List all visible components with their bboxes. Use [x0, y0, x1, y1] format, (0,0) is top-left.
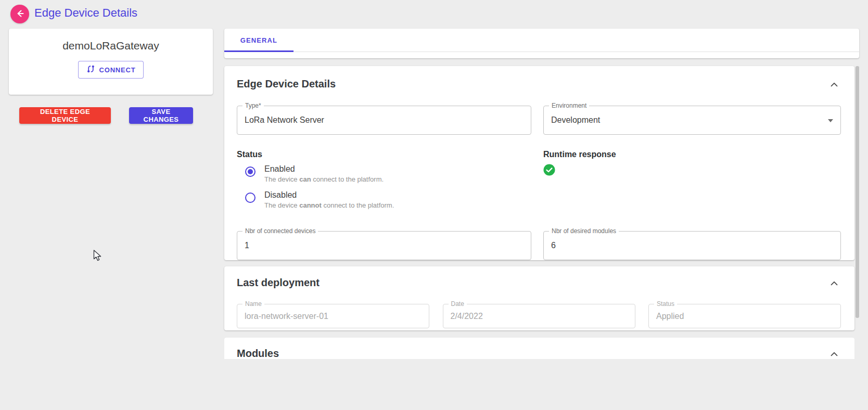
- scrollbar[interactable]: [856, 66, 859, 359]
- back-button[interactable]: [10, 5, 29, 23]
- collapse-deployment-button[interactable]: [827, 277, 841, 290]
- arrow-left-icon: [15, 8, 25, 20]
- connected-devices-field[interactable]: Nbr of connected devices 1: [237, 231, 531, 260]
- deployment-status-field: Status Applied: [648, 304, 841, 328]
- desired-modules-label: Nbr of desired modules: [549, 227, 619, 235]
- mouse-cursor: [93, 250, 103, 262]
- desired-modules-value: 6: [551, 241, 556, 250]
- environment-select-label: Environment: [549, 102, 589, 109]
- connect-button[interactable]: CONNECT: [78, 61, 144, 79]
- radio-enabled-description: The device can connect to the platform.: [264, 175, 384, 183]
- radio-unselected-icon[interactable]: [245, 193, 256, 203]
- active-tab-indicator: [224, 50, 293, 52]
- tab-bar: GENERAL: [224, 29, 859, 58]
- tab-general[interactable]: GENERAL: [224, 29, 293, 52]
- deployment-name-label: Name: [242, 300, 264, 307]
- deployment-status-value: Applied: [656, 312, 684, 321]
- scrollbar-thumb[interactable]: [856, 66, 859, 318]
- modules-section: Modules: [224, 338, 854, 359]
- collapse-modules-button[interactable]: [827, 348, 841, 361]
- radio-enabled-label: Enabled: [264, 163, 384, 174]
- check-circle-icon: [543, 164, 841, 176]
- connect-button-label: CONNECT: [99, 66, 136, 74]
- radio-selected-icon[interactable]: [245, 166, 256, 177]
- device-name: demoLoRaGateway: [9, 40, 213, 52]
- deployment-status-label: Status: [654, 300, 677, 307]
- edge-device-details-page: Edge Device Details demoLoRaGateway CONN…: [0, 0, 868, 410]
- status-radio-enabled[interactable]: Enabled The device can connect to the pl…: [237, 163, 531, 183]
- radio-disabled-label: Disabled: [264, 189, 394, 200]
- radio-disabled-description: The device cannot connect to the platfor…: [264, 201, 394, 209]
- delete-edge-device-button[interactable]: DELETE EDGE DEVICE: [19, 107, 111, 124]
- tab-strip: GENERAL: [224, 29, 859, 52]
- connected-devices-value: 1: [245, 241, 249, 250]
- section-title-deployment: Last deployment: [237, 277, 320, 289]
- environment-select[interactable]: Environment Development: [543, 106, 841, 135]
- chevron-up-icon: [828, 84, 840, 92]
- deployment-date-field: Date 2/4/2022: [443, 304, 635, 328]
- collapse-details-button[interactable]: [827, 78, 841, 92]
- deployment-date-value: 2/4/2022: [451, 312, 483, 321]
- deployment-date-label: Date: [449, 300, 467, 307]
- connected-devices-label: Nbr of connected devices: [242, 227, 318, 235]
- device-summary-card: demoLoRaGateway CONNECT: [9, 29, 213, 95]
- caret-down-icon: [828, 119, 833, 122]
- deployment-name-value: lora-network-server-01: [245, 312, 328, 321]
- page-title: Edge Device Details: [34, 6, 137, 20]
- chevron-up-icon: [828, 354, 840, 362]
- type-field[interactable]: Type* LoRa Network Server: [237, 106, 531, 135]
- save-changes-button[interactable]: SAVE CHANGES: [129, 107, 193, 124]
- last-deployment-section: Last deployment Name lora-network-server…: [224, 266, 854, 330]
- connect-icon: [86, 65, 95, 75]
- type-field-label: Type*: [242, 102, 264, 109]
- status-group-label: Status: [237, 150, 531, 159]
- chevron-up-icon: [828, 283, 840, 291]
- edge-device-details-section: Edge Device Details Type* LoRa Network S…: [224, 66, 854, 260]
- section-title-modules: Modules: [237, 348, 279, 360]
- environment-select-value: Development: [551, 116, 600, 125]
- runtime-response-label: Runtime response: [543, 150, 841, 159]
- section-title-details: Edge Device Details: [237, 78, 336, 90]
- type-field-value: LoRa Network Server: [245, 116, 324, 125]
- status-radio-disabled[interactable]: Disabled The device cannot connect to th…: [237, 189, 531, 209]
- deployment-name-field: Name lora-network-server-01: [237, 304, 429, 328]
- desired-modules-field[interactable]: Nbr of desired modules 6: [543, 231, 841, 260]
